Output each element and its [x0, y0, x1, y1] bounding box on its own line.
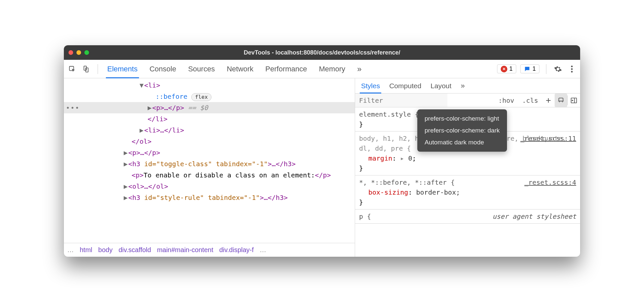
dom-line[interactable]: <p>To enable or disable a class on an el… [64, 170, 355, 181]
error-count: 1 [509, 65, 513, 72]
window-title: DevTools - localhost:8080/docs/devtools/… [244, 49, 400, 56]
titlebar: DevTools - localhost:8080/docs/devtools/… [64, 45, 580, 60]
dom-line[interactable]: </ol> [64, 136, 355, 147]
dom-line[interactable]: ▶<p>…</p> [64, 147, 355, 158]
svg-point-5 [571, 71, 573, 72]
tab-memory[interactable]: Memory [319, 60, 345, 78]
dom-line[interactable]: ▼<li> [64, 80, 355, 91]
window-minimize-button[interactable] [76, 50, 81, 55]
rendering-emulation-icon[interactable] [555, 94, 567, 107]
issues-badge[interactable]: 1 [520, 64, 539, 73]
elements-pane: ▼<li> ::before flex ••• ▶<p>…</p> == $0 … [64, 78, 355, 257]
tab-console[interactable]: Console [150, 60, 176, 78]
dom-line[interactable]: ▶<li>…</li> [64, 125, 355, 136]
dom-line[interactable]: </li> [64, 113, 355, 125]
dom-breadcrumb: … html body div.scaffold main#main-conte… [64, 243, 355, 257]
toolbar-right: ✕ 1 1 [497, 64, 577, 74]
error-icon: ✕ [501, 66, 507, 72]
css-property[interactable]: margin: ▸ 0; [359, 153, 576, 163]
device-toggle-icon[interactable] [81, 64, 91, 74]
color-scheme-popup: prefers-color-scheme: light prefers-colo… [417, 109, 507, 152]
settings-gear-icon[interactable] [553, 64, 563, 74]
toggle-cls-button[interactable]: .cls [518, 94, 542, 107]
css-property[interactable]: box-sizing: border-box; [359, 187, 576, 197]
separator [546, 64, 546, 74]
toggle-sidebar-icon[interactable] [568, 94, 580, 107]
styles-pane: Styles Computed Layout » :hov .cls [355, 78, 580, 257]
devtools-window: DevTools - localhost:8080/docs/devtools/… [64, 45, 580, 257]
new-style-rule-plus-icon[interactable] [542, 94, 555, 107]
tabs-overflow-icon[interactable]: » [357, 64, 361, 74]
popup-item-light[interactable]: prefers-color-scheme: light [423, 113, 501, 125]
popup-item-dark[interactable]: prefers-color-scheme: dark [423, 125, 501, 136]
dom-line-selected[interactable]: ••• ▶<p>…</p> == $0 [64, 102, 355, 113]
toggle-hov-button[interactable]: :hov [494, 94, 518, 107]
breadcrumb-item[interactable]: body [98, 246, 113, 254]
error-badge[interactable]: ✕ 1 [497, 64, 516, 73]
side-tab-layout[interactable]: Layout [431, 79, 451, 93]
window-close-button[interactable] [69, 50, 73, 55]
breadcrumb-overflow-left[interactable]: … [67, 246, 74, 254]
main-tabs: Elements Console Sources Network Perform… [105, 60, 362, 78]
dom-line[interactable]: ▶<h3 id="style-rule" tabindex="-1">…</h3… [64, 192, 355, 203]
breadcrumb-overflow-right[interactable]: … [260, 246, 266, 254]
rule-close: } [359, 163, 576, 173]
gutter-dots-icon[interactable]: ••• [66, 102, 80, 113]
side-tabs-overflow-icon[interactable]: » [461, 82, 465, 90]
dom-line[interactable]: ▶<h3 id="toggle-class" tabindex="-1">…</… [64, 158, 355, 170]
tab-performance[interactable]: Performance [265, 60, 307, 78]
breadcrumb-item[interactable]: main#main-content [157, 246, 213, 254]
layout-flex-pill[interactable]: flex [191, 93, 211, 101]
dom-tree[interactable]: ▼<li> ::before flex ••• ▶<p>…</p> == $0 … [64, 78, 355, 243]
filter-bar: :hov .cls [355, 94, 580, 107]
tab-network[interactable]: Network [227, 60, 253, 78]
content: ▼<li> ::before flex ••• ▶<p>…</p> == $0 … [64, 78, 580, 257]
breadcrumb-item[interactable]: div.scaffold [118, 246, 151, 254]
message-icon [524, 66, 530, 72]
svg-point-3 [571, 65, 573, 67]
breadcrumb-item[interactable]: div.display-f [219, 246, 253, 254]
tab-elements[interactable]: Elements [107, 60, 138, 78]
source-link-ua: user agent stylesheet [492, 211, 576, 221]
style-rule[interactable]: user agent stylesheet p { [355, 209, 580, 224]
main-toolbar: Elements Console Sources Network Perform… [64, 60, 580, 78]
side-tab-styles[interactable]: Styles [361, 79, 380, 93]
styles-filter-input[interactable] [355, 94, 447, 107]
side-tabs: Styles Computed Layout » [355, 78, 580, 94]
kebab-menu-icon[interactable] [567, 64, 577, 74]
traffic-lights [69, 50, 89, 55]
separator [98, 64, 98, 74]
window-maximize-button[interactable] [84, 50, 89, 55]
source-link[interactable]: _reset.scss:4 [524, 177, 576, 187]
svg-point-4 [571, 68, 573, 70]
dom-line[interactable]: ▶<ol>…</ol> [64, 181, 355, 192]
style-rule[interactable]: _reset.scss:4 *, *::before, *::after { b… [355, 175, 580, 209]
popup-item-auto-dark[interactable]: Automatic dark mode [423, 136, 501, 148]
rule-close: } [359, 197, 576, 207]
source-link[interactable]: _reset.scss:11 [520, 133, 576, 143]
breadcrumb-item[interactable]: html [80, 246, 92, 254]
inspect-element-icon[interactable] [67, 64, 77, 74]
tab-sources[interactable]: Sources [188, 60, 215, 78]
side-tab-computed[interactable]: Computed [389, 79, 421, 93]
message-count: 1 [532, 65, 536, 72]
dom-line[interactable]: ::before flex [64, 91, 355, 102]
